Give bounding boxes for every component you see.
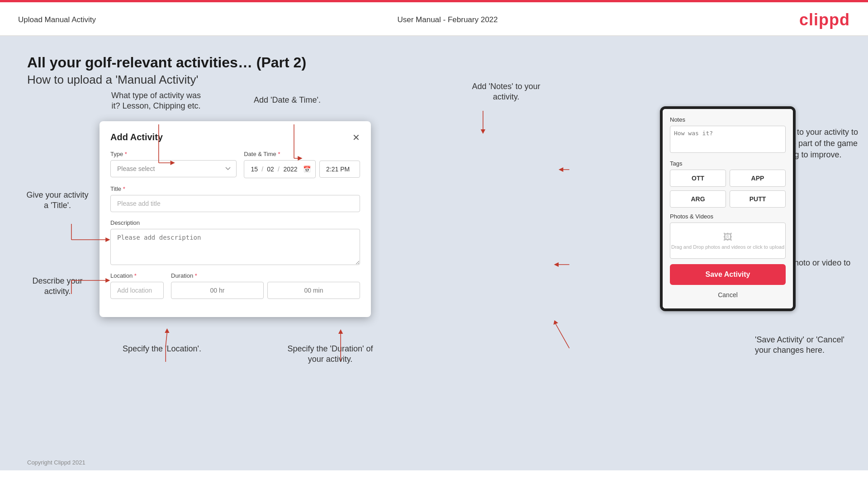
phone-tags-label: Tags bbox=[670, 160, 786, 167]
datetime-label: Date & Time * bbox=[244, 151, 360, 157]
description-textarea[interactable] bbox=[110, 229, 360, 265]
phone-notes-label: Notes bbox=[670, 116, 786, 123]
dialog-title: Add Activity bbox=[110, 132, 163, 142]
photos-upload-area[interactable]: 🖼 Drag and Drop photos and videos or cli… bbox=[670, 223, 786, 259]
svg-marker-17 bbox=[338, 329, 343, 334]
tag-arg[interactable]: ARG bbox=[670, 190, 726, 208]
phone-tags-grid: OTT APP ARG PUTT bbox=[670, 170, 786, 208]
tag-app[interactable]: APP bbox=[730, 170, 786, 187]
location-duration-row: Location * Duration * bbox=[110, 272, 360, 299]
duration-minutes-input[interactable] bbox=[267, 282, 360, 299]
svg-marker-25 bbox=[554, 320, 558, 325]
annotation-notes: Add 'Notes' to your activity. bbox=[461, 81, 551, 103]
svg-marker-14 bbox=[165, 328, 169, 333]
date-day-input[interactable] bbox=[249, 166, 260, 173]
annotation-datetime: Add 'Date & Time'. bbox=[247, 95, 328, 105]
annotation-title: Give your activity a 'Title'. bbox=[24, 190, 91, 211]
clippd-logo: clippd bbox=[799, 10, 850, 29]
date-year-input[interactable] bbox=[281, 166, 299, 173]
annotation-location: Specify the 'Location'. bbox=[121, 344, 203, 354]
page-title-header: Upload Manual Activity bbox=[18, 15, 96, 24]
document-title: User Manual - February 2022 bbox=[397, 15, 498, 24]
location-group: Location * bbox=[110, 272, 164, 299]
type-datetime-row: Type * Please select Date & Time * / bbox=[110, 151, 360, 178]
svg-line-24 bbox=[555, 323, 569, 348]
date-month-input[interactable] bbox=[265, 166, 276, 173]
description-group: Description bbox=[110, 219, 360, 265]
title-group: Title * bbox=[110, 185, 360, 212]
cancel-link[interactable]: Cancel bbox=[670, 289, 786, 301]
close-dialog-button[interactable]: ✕ bbox=[352, 133, 360, 142]
annotation-desc: Describe your activity. bbox=[24, 276, 91, 297]
date-input-group[interactable]: / / 📅 bbox=[244, 160, 316, 178]
svg-marker-19 bbox=[481, 129, 485, 134]
save-activity-button[interactable]: Save Activity bbox=[670, 264, 786, 285]
add-activity-dialog: Add Activity ✕ Type * Please select Date… bbox=[100, 121, 371, 317]
type-select[interactable]: Please select bbox=[110, 160, 237, 177]
description-label: Description bbox=[110, 219, 360, 226]
type-group: Type * Please select bbox=[110, 151, 237, 178]
top-bar: Upload Manual Activity User Manual - Feb… bbox=[0, 2, 868, 36]
duration-inputs bbox=[171, 282, 360, 299]
phone-mockup: Notes Tags OTT APP ARG PUTT Photos & Vid… bbox=[660, 106, 796, 311]
annotation-duration: Specify the 'Duration' of your activity. bbox=[280, 344, 380, 365]
dialog-header: Add Activity ✕ bbox=[110, 132, 360, 142]
upload-icon: 🖼 bbox=[723, 232, 732, 242]
footer-copyright: Copyright Clippd 2021 bbox=[27, 459, 85, 466]
location-label: Location * bbox=[110, 272, 164, 279]
location-input[interactable] bbox=[110, 282, 164, 299]
datetime-group: Date & Time * / / 📅 bbox=[244, 151, 360, 178]
time-input[interactable] bbox=[319, 161, 360, 178]
phone-photos-label: Photos & Videos bbox=[670, 213, 786, 220]
upload-text: Drag and Drop photos and videos or click… bbox=[671, 244, 784, 250]
calendar-icon: 📅 bbox=[303, 166, 311, 173]
title-normal: How to upload a 'Manual Activity' bbox=[27, 73, 841, 87]
svg-marker-21 bbox=[559, 167, 563, 172]
tag-ott[interactable]: OTT bbox=[670, 170, 726, 187]
page-heading: All your golf-relevant activities… (Part… bbox=[27, 54, 841, 87]
type-label: Type * bbox=[110, 151, 237, 157]
phone-content: Notes Tags OTT APP ARG PUTT Photos & Vid… bbox=[663, 109, 793, 308]
phone-notes-textarea[interactable] bbox=[670, 126, 786, 153]
annotation-type: What type of activity was it? Lesson, Ch… bbox=[111, 90, 201, 112]
main-content: All your golf-relevant activities… (Part… bbox=[0, 36, 868, 470]
svg-marker-23 bbox=[554, 262, 559, 267]
title-bold: All your golf-relevant activities… (Part… bbox=[27, 54, 841, 71]
duration-hours-input[interactable] bbox=[171, 282, 264, 299]
duration-label: Duration * bbox=[171, 272, 360, 279]
annotation-save: 'Save Activity' or 'Cancel' your changes… bbox=[755, 335, 859, 356]
title-input[interactable] bbox=[110, 195, 360, 212]
title-field-label: Title * bbox=[110, 185, 360, 192]
duration-group: Duration * bbox=[171, 272, 360, 299]
tag-putt[interactable]: PUTT bbox=[730, 190, 786, 208]
